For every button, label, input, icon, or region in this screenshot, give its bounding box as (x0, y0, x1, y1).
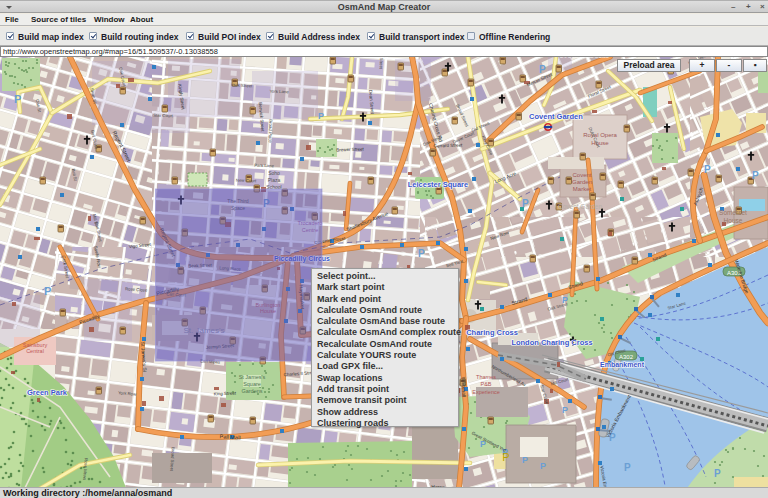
svg-text:King Street: King Street (214, 391, 237, 397)
svg-text:Garden: Garden (572, 179, 592, 185)
svg-text:Green Park: Green Park (27, 388, 68, 397)
svg-text:P: P (624, 462, 631, 473)
svg-text:Covent Gardens: Covent Gardens (559, 57, 610, 58)
svg-text:P: P (752, 170, 759, 181)
svg-text:P: P (714, 468, 721, 479)
svg-text:London Charing Cross: London Charing Cross (511, 338, 592, 347)
svg-text:York Lane: York Lane (269, 89, 289, 95)
svg-text:P: P (418, 248, 425, 259)
svg-text:Somerset: Somerset (719, 209, 747, 216)
svg-text:Square: Square (243, 381, 261, 387)
svg-text:Leicester Square: Leicester Square (408, 180, 468, 189)
svg-text:P: P (502, 451, 509, 463)
svg-text:Central: Central (26, 348, 44, 354)
svg-text:Charing Cross: Charing Cross (466, 328, 518, 337)
svg-text:P: P (522, 455, 528, 465)
svg-text:Whitehall: Whitehall (461, 377, 468, 398)
svg-text:Star Court: Star Court (153, 113, 174, 119)
svg-text:P: P (562, 405, 568, 415)
svg-text:Gardens: Gardens (241, 388, 262, 394)
svg-text:New Court: New Court (236, 178, 257, 184)
svg-text:Gerrard Street: Gerrard Street (433, 142, 463, 148)
svg-text:Broad Place: Broad Place (268, 119, 274, 143)
svg-text:Royal Opera: Royal Opera (583, 132, 617, 138)
svg-text:House: House (724, 217, 743, 224)
svg-text:Brewer Street: Brewer Street (336, 146, 364, 152)
svg-text:St James's: St James's (239, 374, 266, 380)
svg-text:Broad Street: Broad Street (379, 57, 385, 70)
svg-text:P: P (704, 164, 711, 175)
svg-text:Soho: Soho (268, 170, 280, 176)
svg-text:P: P (540, 461, 546, 471)
svg-text:Plaza: Plaza (268, 177, 281, 183)
svg-text:Oak Street: Oak Street (232, 83, 254, 89)
svg-text:Experience: Experience (472, 389, 500, 395)
svg-text:Market: Market (573, 186, 592, 192)
svg-text:P: P (14, 93, 21, 105)
svg-text:Embankment: Embankment (600, 361, 645, 368)
svg-text:P: P (340, 57, 347, 59)
svg-text:P: P (44, 285, 51, 297)
svg-text:P: P (522, 198, 529, 209)
svg-text:Thames: Thames (476, 374, 496, 380)
svg-text:Covent Garden: Covent Garden (529, 112, 583, 121)
svg-text:Covent: Covent (572, 172, 591, 178)
svg-text:Park Lane: Park Lane (254, 163, 274, 169)
svg-text:P: P (318, 111, 324, 121)
svg-text:Covent Garden: Covent Garden (558, 203, 602, 210)
svg-text:P&B: P&B (480, 381, 491, 387)
svg-text:A302: A302 (619, 354, 634, 360)
